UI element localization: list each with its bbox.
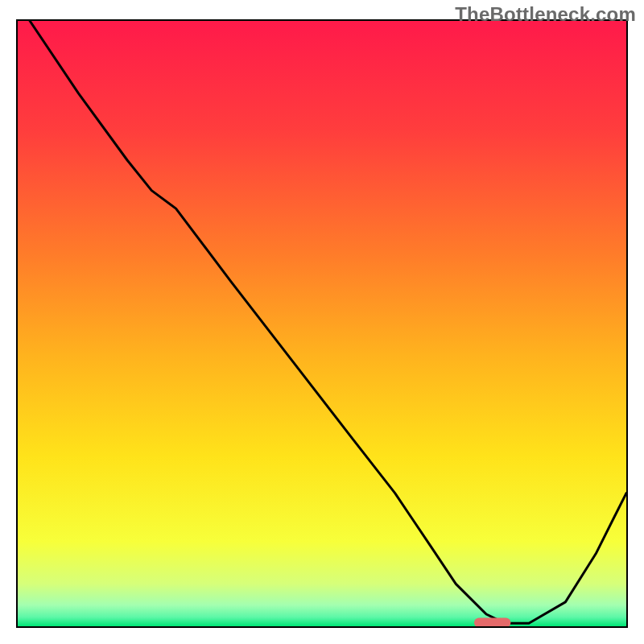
- watermark-text: TheBottleneck.com: [455, 3, 636, 26]
- gradient-background: [18, 21, 626, 626]
- plot-svg: [18, 21, 626, 626]
- bottleneck-chart: TheBottleneck.com: [0, 0, 644, 644]
- optimal-marker: [474, 618, 510, 627]
